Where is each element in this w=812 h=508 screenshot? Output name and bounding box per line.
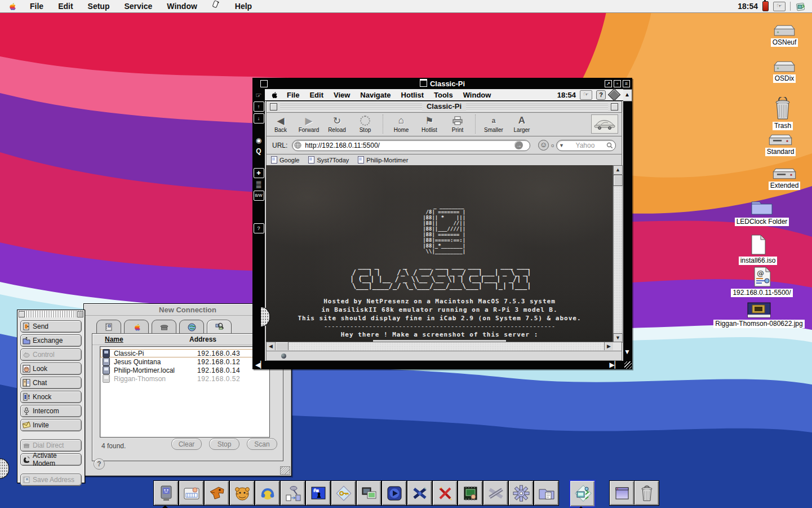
- dock-documents-folder-button[interactable]: [534, 480, 559, 506]
- dock-chess-button[interactable]: #■: [305, 480, 331, 506]
- tab-network-scan[interactable]: [207, 320, 232, 334]
- palette-exchange-button[interactable]: Exchange: [20, 334, 82, 347]
- tab-phone[interactable]: [152, 320, 176, 334]
- home-button[interactable]: ⌂ Home: [387, 113, 415, 133]
- dock-settings-button[interactable]: [508, 480, 534, 506]
- apple-menu[interactable]: [265, 91, 282, 99]
- chevron-down-icon[interactable]: ▼: [559, 143, 564, 148]
- vertical-scrollbar[interactable]: ▲ ▼: [613, 165, 622, 343]
- scroll-thumb[interactable]: [613, 175, 623, 186]
- palette-chat-button[interactable]: Chat: [20, 377, 82, 389]
- palette-dial-direct-button[interactable]: Dial Direct: [20, 439, 82, 452]
- back-button[interactable]: ◀ Back: [267, 113, 295, 133]
- scroll-right-arrow[interactable]: ▶: [604, 342, 613, 350]
- menu-file[interactable]: File: [23, 0, 51, 12]
- larger-button[interactable]: A Larger: [508, 113, 536, 133]
- vnc-resize-grip[interactable]: [624, 361, 632, 369]
- palette-collapse-box[interactable]: [77, 311, 83, 317]
- table-row[interactable]: Classic-Pi 192.168.0.43: [100, 349, 269, 357]
- dock-screen-capture-button[interactable]: [356, 480, 381, 506]
- palette-look-button[interactable]: Look: [20, 363, 82, 375]
- bookmark-google[interactable]: Google: [271, 156, 299, 164]
- vnc-scroll-down[interactable]: ▼: [624, 348, 631, 356]
- remote-clock[interactable]: 18:54: [557, 91, 576, 99]
- help-menu-icon[interactable]: ?: [596, 90, 606, 100]
- help-button[interactable]: ?: [94, 458, 105, 470]
- vnc-scroll-left[interactable]: ◀▏: [255, 361, 265, 369]
- vnc-scroll-right[interactable]: ▶▏: [610, 361, 620, 369]
- column-address[interactable]: Address: [189, 335, 251, 343]
- menu-setup[interactable]: Setup: [81, 0, 117, 12]
- dock-network-scanner-button[interactable]: [569, 480, 596, 507]
- print-button[interactable]: Print: [443, 113, 472, 133]
- bookmark-philip-mortimer[interactable]: Philip-Mortimer: [358, 156, 408, 164]
- vnc-titlebar[interactable]: Classic-Pi ↗ ▫ ≡: [252, 78, 632, 89]
- bw-toggle-icon[interactable]: B/W: [254, 191, 264, 201]
- scroll-up-arrow[interactable]: ▲: [613, 165, 623, 175]
- dock-tiger-button[interactable]: [229, 480, 255, 506]
- dock-finder-button[interactable]: [153, 480, 179, 506]
- tab-appletalk[interactable]: [124, 320, 149, 334]
- scroll-left-arrow[interactable]: ◀: [267, 342, 276, 350]
- palette-control-button[interactable]: Control: [20, 348, 82, 361]
- dock-mozilla-button[interactable]: [204, 480, 229, 506]
- camera-icon[interactable]: ◉: [254, 136, 264, 145]
- resize-tool-icon[interactable]: ✚: [254, 168, 264, 178]
- vnc-help-icon[interactable]: ?: [254, 223, 264, 233]
- colors-tool-icon[interactable]: ▒: [254, 180, 264, 189]
- scroll-track[interactable]: [613, 174, 623, 334]
- dock-tools-red-button[interactable]: [432, 480, 458, 506]
- pointer-tool-icon[interactable]: ☞: [254, 91, 264, 100]
- dock-tools-blue-button[interactable]: [407, 480, 432, 506]
- menubar-clock[interactable]: 18:54: [738, 2, 758, 11]
- scan-button[interactable]: Scan: [247, 438, 277, 450]
- desktop-icon-install66[interactable]: install66.iso: [734, 234, 782, 265]
- application-menu-icon[interactable]: ☞: [580, 90, 592, 100]
- palette-close-box[interactable]: [19, 311, 25, 317]
- go-button[interactable]: →: [514, 141, 523, 149]
- dock-trash-button[interactable]: [634, 480, 659, 506]
- dock-media-player-button[interactable]: [381, 480, 407, 506]
- dock-file-sync-button[interactable]: [280, 480, 305, 506]
- icab-window-titlebar[interactable]: Classic-Pi: [266, 101, 622, 113]
- hotlist-button[interactable]: ⚑ Hotlist: [415, 113, 443, 133]
- application-menu-icon[interactable]: ☞: [773, 2, 786, 11]
- html-validity-smiley[interactable]: ☺: [538, 140, 549, 151]
- table-row[interactable]: Jesus Quintana 192.168.0.12: [100, 357, 269, 366]
- url-input[interactable]: [304, 141, 514, 150]
- desktop-icon-extended[interactable]: Extended: [760, 167, 809, 190]
- column-name[interactable]: Name: [105, 335, 189, 343]
- icab-zoom-box[interactable]: [611, 103, 618, 111]
- bookmark-syst7today[interactable]: Syst7Today: [308, 156, 349, 164]
- scroll-thumb[interactable]: [276, 342, 289, 350]
- menu-navigate[interactable]: Navigate: [355, 91, 396, 99]
- menu-service[interactable]: Service: [117, 0, 159, 12]
- apple-menu[interactable]: [0, 2, 23, 11]
- clipboard-get-icon[interactable]: ↓: [254, 113, 264, 123]
- smaller-button[interactable]: a Smaller: [480, 113, 508, 133]
- desktop-icon-osdix[interactable]: OSDix: [760, 59, 809, 83]
- menu-edit[interactable]: Edit: [304, 91, 329, 99]
- stop-button[interactable]: Stop: [209, 438, 239, 450]
- menu-tools[interactable]: Tools: [429, 91, 458, 99]
- palette-invite-button[interactable]: Invite: [20, 419, 82, 431]
- desktop-icon-trash[interactable]: Trash: [758, 97, 807, 130]
- table-row[interactable]: Riggan-Thomson 192.168.0.52: [100, 374, 269, 383]
- desktop-icon-osneuf[interactable]: OSNeuf: [760, 23, 809, 47]
- dock-keyboard-app-button[interactable]: [179, 480, 204, 506]
- stop-button[interactable]: Stop: [351, 113, 379, 133]
- menu-view[interactable]: View: [329, 91, 355, 99]
- desktop-icon-ledclock-folder[interactable]: LEDClock Folder: [738, 197, 786, 226]
- dock-keychain-button[interactable]: [331, 480, 356, 506]
- search-icon[interactable]: [606, 142, 613, 149]
- icab-app-menu-icon[interactable]: [608, 89, 621, 101]
- tab-internet[interactable]: [179, 320, 204, 334]
- desktop-icon-standard[interactable]: Standard: [756, 133, 805, 156]
- forward-button[interactable]: ▶ Forward: [295, 113, 323, 133]
- palette-knock-button[interactable]: ! Knock: [20, 391, 82, 403]
- finder-switch-icon[interactable]: [795, 2, 806, 11]
- table-row[interactable]: Philip-Mortimer.local 192.168.0.14: [100, 366, 269, 374]
- clear-button[interactable]: Clear: [171, 438, 202, 450]
- window-resize-grip[interactable]: [280, 466, 290, 475]
- vnc-scroll-up[interactable]: ▲: [622, 89, 632, 101]
